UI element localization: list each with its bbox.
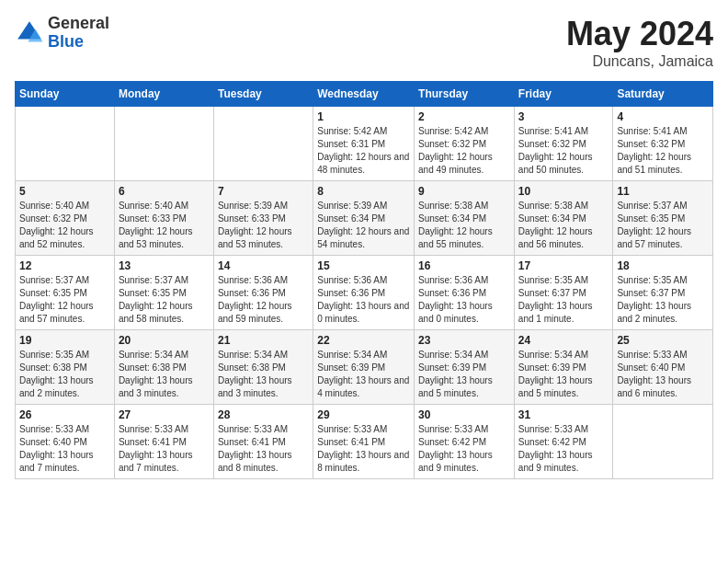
day-info: Sunrise: 5:39 AM Sunset: 6:33 PM Dayligh… — [218, 200, 309, 251]
calendar-cell: 26Sunrise: 5:33 AM Sunset: 6:40 PM Dayli… — [16, 405, 115, 479]
day-number: 7 — [218, 185, 309, 198]
calendar-week-row: 12Sunrise: 5:37 AM Sunset: 6:35 PM Dayli… — [16, 256, 713, 330]
calendar-cell — [16, 107, 115, 181]
day-number: 30 — [418, 408, 510, 421]
col-header-thursday: Thursday — [415, 82, 515, 107]
day-number: 16 — [418, 259, 510, 272]
day-info: Sunrise: 5:36 AM Sunset: 6:36 PM Dayligh… — [218, 274, 309, 326]
day-info: Sunrise: 5:33 AM Sunset: 6:41 PM Dayligh… — [218, 423, 309, 475]
day-number: 12 — [19, 259, 110, 272]
calendar-cell: 10Sunrise: 5:38 AM Sunset: 6:34 PM Dayli… — [514, 181, 613, 256]
day-info: Sunrise: 5:34 AM Sunset: 6:38 PM Dayligh… — [119, 349, 210, 400]
calendar-cell: 1Sunrise: 5:42 AM Sunset: 6:31 PM Daylig… — [313, 107, 415, 181]
calendar-cell: 12Sunrise: 5:37 AM Sunset: 6:35 PM Dayli… — [16, 256, 115, 330]
logo-blue: Blue — [48, 33, 109, 52]
calendar-cell: 28Sunrise: 5:33 AM Sunset: 6:41 PM Dayli… — [213, 405, 313, 479]
calendar-cell: 18Sunrise: 5:35 AM Sunset: 6:37 PM Dayli… — [613, 256, 713, 330]
day-info: Sunrise: 5:37 AM Sunset: 6:35 PM Dayligh… — [119, 274, 210, 326]
day-number: 22 — [317, 334, 410, 347]
day-info: Sunrise: 5:33 AM Sunset: 6:41 PM Dayligh… — [119, 423, 210, 475]
calendar-cell: 31Sunrise: 5:33 AM Sunset: 6:42 PM Dayli… — [514, 405, 613, 479]
day-info: Sunrise: 5:34 AM Sunset: 6:39 PM Dayligh… — [317, 349, 410, 400]
day-number: 14 — [218, 259, 309, 272]
day-info: Sunrise: 5:35 AM Sunset: 6:37 PM Dayligh… — [518, 274, 609, 326]
calendar-cell: 3Sunrise: 5:41 AM Sunset: 6:32 PM Daylig… — [514, 107, 613, 181]
day-info: Sunrise: 5:41 AM Sunset: 6:32 PM Dayligh… — [518, 125, 609, 177]
day-info: Sunrise: 5:42 AM Sunset: 6:31 PM Dayligh… — [317, 125, 410, 177]
col-header-tuesday: Tuesday — [213, 82, 313, 107]
day-info: Sunrise: 5:36 AM Sunset: 6:36 PM Dayligh… — [317, 274, 410, 326]
calendar-cell: 25Sunrise: 5:33 AM Sunset: 6:40 PM Dayli… — [613, 330, 713, 405]
day-number: 9 — [418, 185, 510, 198]
col-header-monday: Monday — [114, 82, 213, 107]
day-number: 26 — [19, 408, 110, 421]
col-header-saturday: Saturday — [613, 82, 713, 107]
day-info: Sunrise: 5:40 AM Sunset: 6:33 PM Dayligh… — [119, 200, 210, 251]
col-header-wednesday: Wednesday — [313, 82, 415, 107]
day-number: 19 — [19, 334, 110, 347]
day-info: Sunrise: 5:34 AM Sunset: 6:39 PM Dayligh… — [418, 349, 510, 400]
day-info: Sunrise: 5:40 AM Sunset: 6:32 PM Dayligh… — [19, 200, 110, 251]
calendar-cell: 7Sunrise: 5:39 AM Sunset: 6:33 PM Daylig… — [213, 181, 313, 256]
calendar-cell: 5Sunrise: 5:40 AM Sunset: 6:32 PM Daylig… — [16, 181, 115, 256]
calendar-cell: 20Sunrise: 5:34 AM Sunset: 6:38 PM Dayli… — [114, 330, 213, 405]
calendar-cell: 8Sunrise: 5:39 AM Sunset: 6:34 PM Daylig… — [313, 181, 415, 256]
day-number: 27 — [119, 408, 210, 421]
calendar-cell — [114, 107, 213, 181]
calendar-week-row: 1Sunrise: 5:42 AM Sunset: 6:31 PM Daylig… — [16, 107, 713, 181]
calendar-cell — [213, 107, 313, 181]
day-number: 23 — [418, 334, 510, 347]
calendar-cell: 15Sunrise: 5:36 AM Sunset: 6:36 PM Dayli… — [313, 256, 415, 330]
day-info: Sunrise: 5:33 AM Sunset: 6:42 PM Dayligh… — [518, 423, 609, 475]
calendar-week-row: 26Sunrise: 5:33 AM Sunset: 6:40 PM Dayli… — [16, 405, 713, 479]
day-number: 15 — [317, 259, 410, 272]
day-number: 4 — [617, 110, 709, 123]
day-number: 18 — [617, 259, 709, 272]
day-number: 31 — [518, 408, 609, 421]
day-number: 8 — [317, 185, 410, 198]
day-number: 3 — [518, 110, 609, 123]
day-number: 1 — [317, 110, 410, 123]
day-info: Sunrise: 5:36 AM Sunset: 6:36 PM Dayligh… — [418, 274, 510, 326]
day-info: Sunrise: 5:35 AM Sunset: 6:37 PM Dayligh… — [617, 274, 709, 326]
calendar-cell — [613, 405, 713, 479]
day-number: 17 — [518, 259, 609, 272]
calendar-cell: 21Sunrise: 5:34 AM Sunset: 6:38 PM Dayli… — [213, 330, 313, 405]
calendar-cell: 17Sunrise: 5:35 AM Sunset: 6:37 PM Dayli… — [514, 256, 613, 330]
calendar-week-row: 19Sunrise: 5:35 AM Sunset: 6:38 PM Dayli… — [16, 330, 713, 405]
day-info: Sunrise: 5:34 AM Sunset: 6:39 PM Dayligh… — [518, 349, 609, 400]
subtitle: Duncans, Jamaica — [566, 53, 713, 70]
day-number: 29 — [317, 408, 410, 421]
day-number: 21 — [218, 334, 309, 347]
page-header: General Blue May 2024 Duncans, Jamaica — [15, 15, 713, 70]
calendar-cell: 23Sunrise: 5:34 AM Sunset: 6:39 PM Dayli… — [415, 330, 515, 405]
day-info: Sunrise: 5:35 AM Sunset: 6:38 PM Dayligh… — [19, 349, 110, 400]
day-info: Sunrise: 5:33 AM Sunset: 6:42 PM Dayligh… — [418, 423, 510, 475]
main-title: May 2024 — [566, 15, 713, 53]
calendar-cell: 29Sunrise: 5:33 AM Sunset: 6:41 PM Dayli… — [313, 405, 415, 479]
calendar-cell: 16Sunrise: 5:36 AM Sunset: 6:36 PM Dayli… — [415, 256, 515, 330]
calendar-cell: 24Sunrise: 5:34 AM Sunset: 6:39 PM Dayli… — [514, 330, 613, 405]
calendar-header-row: SundayMondayTuesdayWednesdayThursdayFrid… — [16, 82, 713, 107]
day-info: Sunrise: 5:38 AM Sunset: 6:34 PM Dayligh… — [518, 200, 609, 251]
logo-icon — [15, 18, 44, 48]
day-info: Sunrise: 5:33 AM Sunset: 6:41 PM Dayligh… — [317, 423, 410, 475]
day-info: Sunrise: 5:34 AM Sunset: 6:38 PM Dayligh… — [218, 349, 309, 400]
calendar-cell: 13Sunrise: 5:37 AM Sunset: 6:35 PM Dayli… — [114, 256, 213, 330]
day-info: Sunrise: 5:37 AM Sunset: 6:35 PM Dayligh… — [19, 274, 110, 326]
col-header-sunday: Sunday — [16, 82, 115, 107]
calendar-cell: 11Sunrise: 5:37 AM Sunset: 6:35 PM Dayli… — [613, 181, 713, 256]
day-number: 11 — [617, 185, 709, 198]
day-number: 2 — [418, 110, 510, 123]
calendar-cell: 2Sunrise: 5:42 AM Sunset: 6:32 PM Daylig… — [415, 107, 515, 181]
day-number: 28 — [218, 408, 309, 421]
title-block: May 2024 Duncans, Jamaica — [566, 15, 713, 70]
calendar-cell: 6Sunrise: 5:40 AM Sunset: 6:33 PM Daylig… — [114, 181, 213, 256]
day-info: Sunrise: 5:33 AM Sunset: 6:40 PM Dayligh… — [19, 423, 110, 475]
logo-general: General — [48, 15, 109, 33]
calendar-cell: 14Sunrise: 5:36 AM Sunset: 6:36 PM Dayli… — [213, 256, 313, 330]
calendar-cell: 19Sunrise: 5:35 AM Sunset: 6:38 PM Dayli… — [16, 330, 115, 405]
logo: General Blue — [15, 15, 109, 52]
calendar-table: SundayMondayTuesdayWednesdayThursdayFrid… — [15, 81, 713, 479]
col-header-friday: Friday — [514, 82, 613, 107]
